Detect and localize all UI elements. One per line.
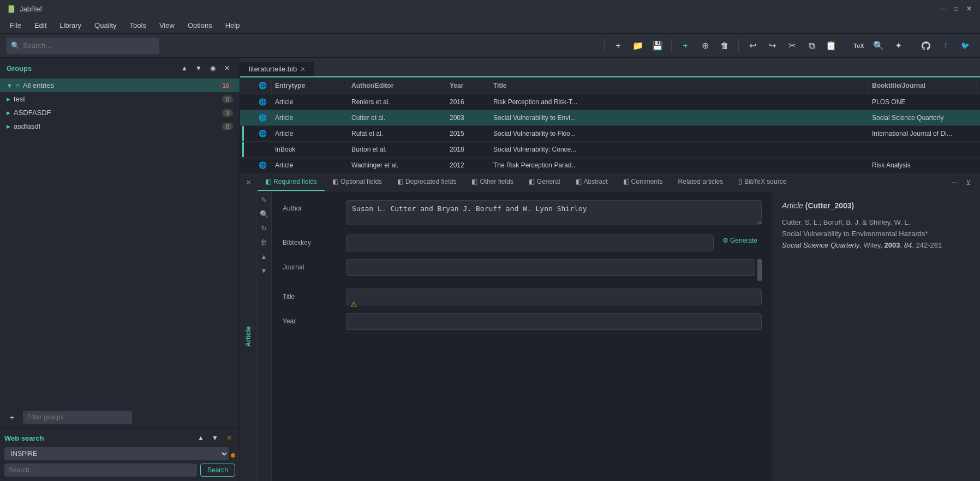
tab-bibtex-source[interactable]: {} BibTeX source [731,173,794,191]
tab-abstract[interactable]: ◧ Abstract [568,173,616,191]
twitter-icon[interactable]: 🐦 [957,38,973,54]
table-row[interactable]: 🌐 Article Rufat et al. 2015 Social Vulne… [240,126,980,142]
year-input[interactable]: 2003 [346,313,762,330]
menu-file[interactable]: File [4,19,27,32]
col-header-author: Author/Editor [348,77,446,94]
tab-required-fields[interactable]: ◧ Required fields [258,173,325,191]
add-group-button[interactable]: + [4,410,20,425]
journal-input[interactable]: Social Science Quarterly [346,259,755,276]
cleanup-icon[interactable]: ✦ [890,38,906,54]
group-item-asdfasdf[interactable]: ▶ ASDFASDF 3 [0,106,240,119]
tab-more-button[interactable]: ⋯ [948,176,960,188]
groups-down-button[interactable]: ▼ [193,62,205,74]
tab-deprecated-icon: ◧ [397,178,403,185]
web-search-up[interactable]: ▲ [195,432,207,444]
groups-close-button[interactable]: ✕ [221,62,233,74]
editor-up-icon[interactable]: ▲ [258,250,270,262]
web-search-close[interactable]: ✕ [223,432,235,444]
menu-quality[interactable]: Quality [89,19,122,32]
tab-expand-button[interactable]: ⊻ [963,176,975,188]
row-globe-2: 🌐 [255,110,272,125]
title-input[interactable]: Social Vulnerability to Environmental Ha… [346,288,762,305]
web-search-text-input[interactable] [4,464,197,477]
row-flag-5 [242,158,255,173]
tab-other-fields[interactable]: ◧ Other fields [464,173,521,191]
table-row[interactable]: 🌐 Article Reniers et al. 2016 Risk Perce… [240,94,980,110]
file-tab-literaturteile[interactable]: literaturteile.bib ✕ [240,62,314,77]
toolbar-sep-5 [912,39,912,52]
title-label: Title [283,288,337,300]
author-input[interactable]: Susan L. Cutter and Bryan J. Boruff and … [346,200,762,225]
filter-groups-input[interactable] [23,411,132,424]
menu-edit[interactable]: Edit [29,19,52,32]
row-year-3: 2015 [446,126,490,141]
search-input[interactable] [23,41,155,50]
close-button[interactable]: ✕ [965,4,973,13]
search-icon2[interactable]: 🔍 [870,38,887,54]
web-search-header: Web search ▲ ▼ ✕ [4,432,235,444]
tab-deprecated-fields[interactable]: ◧ Deprecated fields [390,173,464,191]
preview-volume: 84 [904,241,912,249]
tab-required-label: Required fields [273,178,317,185]
tab-general[interactable]: ◧ General [521,173,568,191]
delete-button[interactable]: 🗑 [716,38,733,54]
tab-optional-fields[interactable]: ◧ Optional fields [325,173,390,191]
copy-button[interactable]: ⧉ [803,38,820,54]
tab-comments[interactable]: ◧ Comments [616,173,671,191]
row-author-3: Rufat et al. [348,126,446,141]
web-search-button[interactable]: Search [200,464,235,477]
row-title-2: Social Vulnerability to Envi... [490,110,869,125]
table-row[interactable]: InBook Burton et al. 2018 Social Vulnera… [240,142,980,158]
journal-label: Journal [283,259,337,271]
paste-button[interactable]: 📋 [823,38,839,54]
editor-edit-icon[interactable]: ✎ [258,194,270,206]
editor-refresh-icon[interactable]: ↻ [258,222,270,234]
open-file-button[interactable]: 📁 [630,38,646,54]
menu-tools[interactable]: Tools [124,19,152,32]
editor-close-button[interactable]: ✕ [242,176,254,188]
menu-help[interactable]: Help [220,19,246,32]
tab-general-label: General [537,178,560,185]
file-tab-close-icon[interactable]: ✕ [300,65,306,73]
journal-scrollbar[interactable] [757,259,762,281]
cut-button[interactable]: ✂ [784,38,800,54]
web-search-down[interactable]: ▼ [209,432,221,444]
group-all-entries[interactable]: ▼ ≡ All entries 16 [0,79,240,92]
new-entry-button[interactable]: + [610,38,626,54]
merge-button[interactable]: ⊕ [697,38,713,54]
editor-trash-icon[interactable]: 🗑 [258,236,270,248]
table-row[interactable]: 🌐 Article Cutter et al. 2003 Social Vuln… [240,110,980,126]
web-search-section: Web search ▲ ▼ ✕ INSPIRE Search [0,427,240,481]
group-item-test[interactable]: ▶ test 0 [0,92,240,106]
author-label: Author [283,200,337,212]
tab-related-articles[interactable]: Related articles [671,173,731,191]
tab-deprecated-label: Deprecated fields [405,178,456,185]
editor-search-icon[interactable]: 🔍 [258,208,270,220]
save-file-button[interactable]: 💾 [649,38,666,54]
redo-button[interactable]: ↪ [764,38,780,54]
web-search-controls: ▲ ▼ ✕ [195,432,235,444]
group-item-asdfasdf2[interactable]: ▶ asdfasdf 0 [0,119,240,133]
add-button[interactable]: + [677,38,694,54]
groups-view-button[interactable]: ◉ [207,62,219,74]
tex-icon[interactable]: TeX [851,38,867,54]
tab-related-label: Related articles [678,178,724,185]
facebook-icon[interactable]: f [937,38,954,54]
editor-down-icon[interactable]: ▼ [258,264,270,276]
undo-button[interactable]: ↩ [744,38,761,54]
groups-header: Groups ▲ ▼ ◉ ✕ [0,58,240,79]
generate-key-button[interactable]: ⚙ Generate [718,235,762,246]
menu-options[interactable]: Options [182,19,218,32]
tab-comments-label: Comments [631,178,663,185]
editor-tabs: ✕ ◧ Required fields ◧ Optional fields ◧ … [240,173,980,191]
web-search-engine-select[interactable]: INSPIRE [4,447,229,460]
menu-view[interactable]: View [154,19,180,32]
maximize-button[interactable]: □ [952,4,960,13]
minimize-button[interactable]: — [939,4,947,13]
bibtexkey-input[interactable]: Cutter_2003 [346,235,714,251]
menu-library[interactable]: Library [54,19,87,32]
github-icon[interactable] [918,38,934,54]
groups-up-button[interactable]: ▲ [178,62,190,74]
year-field: Year 2003 [283,313,762,330]
table-row[interactable]: 🌐 Article Wachinger et al. 2012 The Risk… [240,158,980,173]
